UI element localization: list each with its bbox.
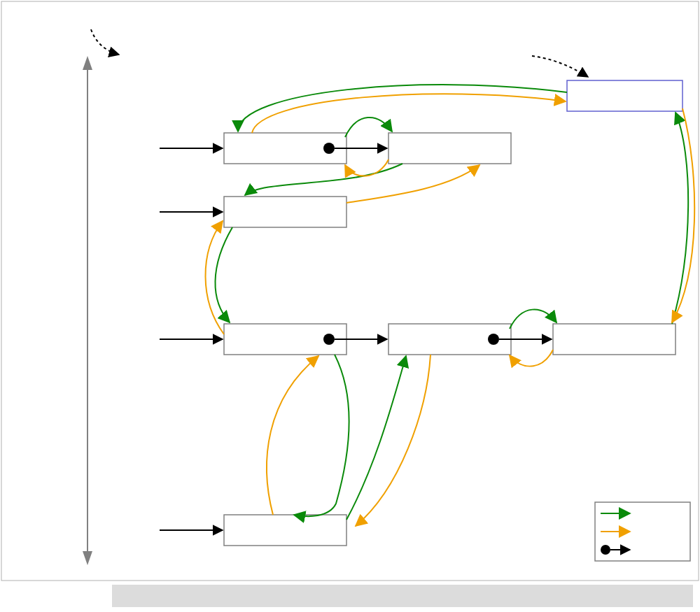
footer-bar	[112, 585, 693, 607]
entry-1a	[224, 133, 346, 164]
svg-rect-1	[567, 80, 682, 111]
svg-point-3	[323, 143, 335, 154]
entry-4c	[553, 324, 676, 355]
svg-rect-5	[224, 197, 346, 227]
svg-point-9	[488, 334, 499, 345]
header-entry	[567, 80, 682, 111]
svg-rect-24	[112, 585, 693, 607]
svg-rect-4	[388, 133, 511, 164]
entry-4a	[224, 324, 346, 355]
entry-4b	[388, 324, 511, 355]
svg-point-7	[323, 334, 335, 345]
entry-1b	[388, 133, 511, 164]
svg-point-22	[601, 545, 610, 555]
svg-rect-10	[553, 324, 676, 355]
svg-rect-11	[224, 515, 346, 546]
entry-7a	[224, 515, 346, 546]
legend	[595, 502, 690, 561]
entry-2a	[224, 197, 346, 227]
